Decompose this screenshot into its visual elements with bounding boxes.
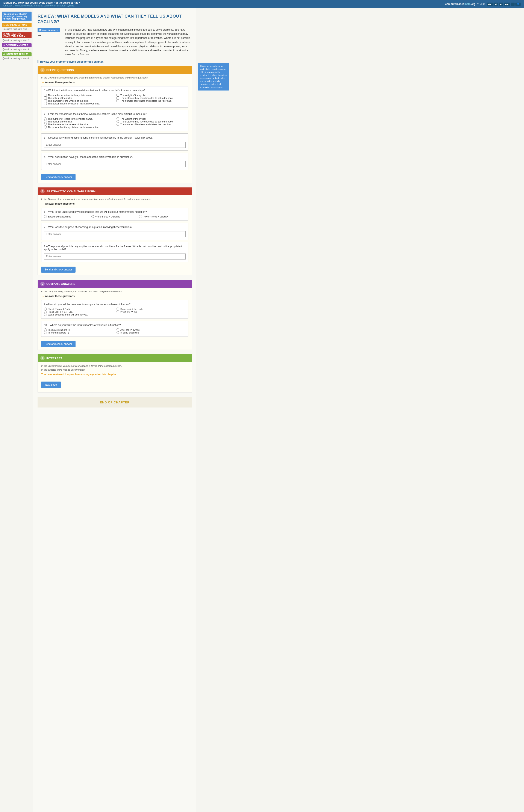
q10-radio-3[interactable] bbox=[116, 328, 119, 331]
q2-radio-6[interactable] bbox=[116, 120, 119, 123]
q9-opt-3[interactable]: Wait 5 seconds and it will do it for you… bbox=[44, 313, 113, 316]
abstract-arrow: → bbox=[41, 202, 44, 205]
q10-opt-1[interactable]: In square brackets [ ] bbox=[44, 328, 113, 331]
q1-cb-5[interactable] bbox=[116, 94, 119, 97]
q4-input[interactable] bbox=[44, 161, 185, 167]
q2-opt-1[interactable]: The number of letters in the cyclist's n… bbox=[44, 117, 113, 120]
q2-radio-4[interactable] bbox=[44, 126, 47, 129]
abstract-send-btn[interactable]: Send and check answer bbox=[41, 267, 76, 273]
q1-opt-3[interactable]: The diameter of the wheels of the bike. bbox=[44, 99, 113, 102]
q2-radio-5[interactable] bbox=[116, 117, 119, 120]
q9-radio-4[interactable] bbox=[116, 307, 119, 310]
q10-radio-1[interactable] bbox=[44, 328, 47, 331]
q9-opt-2[interactable]: Press SHIFT + ENTER. bbox=[44, 310, 113, 313]
q1-opt-3-label: The diameter of the wheels of the bike. bbox=[48, 100, 88, 102]
q6-text: 6 – What is the underlying physical prin… bbox=[44, 210, 185, 214]
compute-send-btn[interactable]: Send and check answer bbox=[41, 341, 76, 347]
q9-opt-5[interactable]: Press the ⇒ key bbox=[116, 310, 185, 313]
q2-opt-7-label: The number of brothers and sisters the r… bbox=[120, 123, 171, 126]
nav-first[interactable]: ◀◀ bbox=[487, 3, 493, 6]
review-link[interactable]: Review your problem-solving steps for th… bbox=[40, 60, 103, 63]
q10-opt-3[interactable]: After the := symbol bbox=[116, 328, 185, 331]
q2-radio-2[interactable] bbox=[44, 120, 47, 123]
question-4: 4 – What assumption have you made about … bbox=[41, 153, 189, 170]
q10-opt-1-label: In square brackets [ ] bbox=[48, 328, 70, 331]
compute-header-label: COMPUTE ANSWERS bbox=[46, 282, 75, 286]
q10-opt-2-label: In round brackets ( ) bbox=[48, 332, 69, 334]
q9-radio-1[interactable] bbox=[44, 307, 47, 310]
sidebar-step-interpret-header[interactable]: 4. INTERPRET RESULTS bbox=[2, 52, 32, 56]
q1-cb-3[interactable] bbox=[44, 99, 47, 102]
q2-radio-3[interactable] bbox=[44, 123, 47, 126]
q1-cb-1[interactable] bbox=[44, 94, 47, 97]
q1-cb-7[interactable] bbox=[116, 99, 119, 102]
q6-opt-1[interactable]: Speed=Distance/Time bbox=[44, 215, 91, 218]
next-page-btn[interactable]: Next page bbox=[41, 382, 61, 388]
q9-opt-5-label: Press the ⇒ key bbox=[120, 310, 137, 313]
q1-opt-6[interactable]: The distance they have travelled to get … bbox=[116, 97, 185, 99]
sidebar-step-define: 1. DEFINE QUESTIONS Questions relating t… bbox=[2, 23, 32, 31]
q7-input[interactable] bbox=[44, 231, 185, 237]
q6-radio-1[interactable] bbox=[44, 215, 47, 218]
q2-radio-7[interactable] bbox=[116, 123, 119, 126]
q6-radio-3[interactable] bbox=[139, 215, 142, 218]
q10-opt-2[interactable]: In round brackets ( ) bbox=[44, 331, 113, 334]
q10-radio-4[interactable] bbox=[116, 331, 119, 334]
q1-opt-1[interactable]: The number of letters in the cyclist's n… bbox=[44, 94, 113, 97]
q9-radio-2[interactable] bbox=[44, 310, 47, 313]
q1-cb-4[interactable] bbox=[44, 102, 47, 105]
q9-opt-4[interactable]: Double-click the code bbox=[116, 307, 185, 310]
q9-radio-3[interactable] bbox=[44, 313, 47, 316]
q2-opt-5[interactable]: The weight of the cyclist. bbox=[116, 117, 185, 120]
nav-prev[interactable]: ◀ bbox=[493, 3, 498, 6]
q2-opt-4[interactable]: The power that the cyclist can maintain … bbox=[44, 126, 113, 129]
q1-opt-2-label: The colour of their bike. bbox=[48, 97, 72, 99]
brand-logo: computerbasedmath.org bbox=[445, 3, 475, 5]
question-1: 1 – Which of the following are variables… bbox=[41, 86, 189, 108]
q6-opt-1-label: Speed=Distance/Time bbox=[48, 215, 71, 218]
q2-opt-6[interactable]: The distance they have travelled to get … bbox=[116, 120, 185, 123]
question-6: 6 – What is the underlying physical prin… bbox=[41, 208, 189, 221]
question-8: 8 – The physical principle only applies … bbox=[41, 242, 189, 262]
q1-opt-4[interactable]: The power that the cyclist can maintain … bbox=[44, 102, 113, 105]
q9-opt-1[interactable]: Shout "Compute" at it bbox=[44, 307, 113, 310]
q1-options-right: The weight of the cyclist. The distance … bbox=[116, 94, 185, 105]
q6-opt-2[interactable]: Work=Force × Distance bbox=[92, 215, 138, 218]
q2-opt-5-label: The weight of the cyclist. bbox=[120, 118, 146, 120]
q2-opt-3[interactable]: The diameter of the wheels of the bike. bbox=[44, 123, 113, 126]
sidebar-step-compute-header[interactable]: 3. COMPUTE ANSWERS bbox=[2, 43, 32, 47]
q6-radio-2[interactable] bbox=[92, 215, 94, 218]
section-interpret: I INTERPRET In the Interpret step, you l… bbox=[37, 354, 192, 392]
section-compute-body: In the Compute step, you use your formul… bbox=[38, 288, 192, 350]
q2-opt-2[interactable]: The colour of their bike. bbox=[44, 120, 113, 123]
q1-cb-2[interactable] bbox=[44, 97, 47, 99]
q10-opt-4[interactable]: In curly brackets { } bbox=[116, 331, 185, 334]
nav-controls[interactable]: ◀◀ ◀ ▶ ▶▶ ⌂ 👤 bbox=[487, 3, 521, 6]
q1-opt-7[interactable]: The number of brothers and sisters the r… bbox=[116, 99, 185, 102]
q6-opt-3[interactable]: Power=Force × Velocity bbox=[139, 215, 185, 218]
q9-radio-5[interactable] bbox=[116, 310, 119, 313]
nav-next[interactable]: ▶ bbox=[499, 3, 503, 6]
q2-opt-7[interactable]: The number of brothers and sisters the r… bbox=[116, 123, 185, 126]
sidebar-step-abstract-header[interactable]: 2. ABSTRACT TO COMPUTABLE FORM bbox=[2, 32, 32, 38]
q1-opt-2[interactable]: The colour of their bike. bbox=[44, 97, 113, 99]
q2-radio-1[interactable] bbox=[44, 117, 47, 120]
q1-opt-5[interactable]: The weight of the cyclist. bbox=[116, 94, 185, 97]
sidebar-step-define-header[interactable]: 1. DEFINE QUESTIONS bbox=[2, 23, 32, 27]
nav-last[interactable]: ▶▶ bbox=[504, 3, 510, 6]
section-abstract-body: In the Abstract step, you convert your p… bbox=[38, 195, 192, 275]
define-arrow: → bbox=[41, 81, 44, 84]
nav-user[interactable]: 👤 bbox=[515, 3, 521, 6]
q10-radio-2[interactable] bbox=[44, 331, 47, 334]
question-7: 7 – What was the purpose of choosing an … bbox=[41, 223, 189, 240]
nav-home[interactable]: ⌂ bbox=[511, 3, 514, 6]
q1-cb-6[interactable] bbox=[116, 97, 119, 99]
sidebar-step-compute-label: 3. COMPUTE ANSWERS bbox=[3, 44, 28, 47]
section-interpret-header: I INTERPRET bbox=[38, 354, 192, 362]
q9-options: Shout "Compute" at it Press SHIFT + ENTE… bbox=[44, 307, 185, 316]
define-send-btn[interactable]: Send and check answer bbox=[41, 174, 76, 180]
q8-input[interactable] bbox=[44, 254, 185, 259]
end-of-chapter: END OF CHAPTER bbox=[37, 397, 192, 407]
section-compute: C COMPUTE ANSWERS In the Compute step, y… bbox=[37, 280, 192, 350]
q3-input[interactable] bbox=[44, 142, 185, 148]
